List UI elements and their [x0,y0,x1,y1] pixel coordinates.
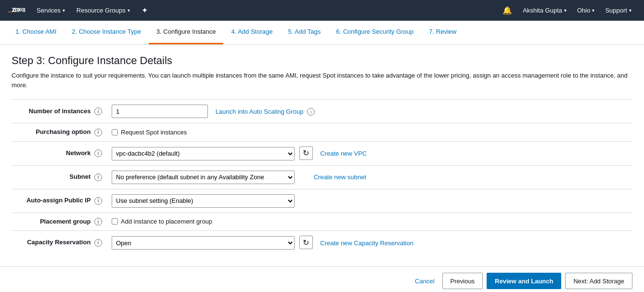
placement-group-field: Add instance to placement group [108,212,632,231]
top-navigation: Services ▾ Resource Groups ▾ ✦ 🔔 Akshita… [0,0,644,21]
number-of-instances-row: Number of instances i Launch into Auto S… [12,100,632,123]
pin-icon[interactable]: ✦ [137,0,153,21]
auto-assign-ip-select[interactable]: Use subnet setting (Enable) [112,194,295,208]
auto-assign-ip-row: Auto-assign Public IP i Use subnet setti… [12,189,632,212]
review-launch-button[interactable]: Review and Launch [487,273,561,289]
user-nav[interactable]: Akshita Gupta ▾ [518,0,571,21]
tab-choose-ami[interactable]: 1. Choose AMI [8,20,64,44]
purchasing-option-info[interactable]: i [94,129,102,136]
page-description: Configure the instance to suit your requ… [12,71,628,90]
next-storage-button[interactable]: Next: Add Storage [565,273,632,289]
auto-assign-ip-field: Use subnet setting (Enable) [108,189,632,212]
number-of-instances-label: Number of instances i [12,100,108,123]
main-content: Step 3: Configure Instance Details Confi… [0,45,644,266]
services-caret: ▾ [63,8,65,13]
placement-group-info[interactable]: i [94,218,102,226]
request-spot-label: Request Spot instances [112,129,629,136]
region-nav[interactable]: Ohio ▾ [572,0,599,21]
capacity-reservation-info[interactable]: i [94,239,102,247]
purchasing-option-row: Purchasing option i Request Spot instanc… [12,123,632,142]
support-nav[interactable]: Support ▾ [600,0,636,21]
capacity-reservation-select[interactable]: Open [112,236,295,250]
number-instances-info[interactable]: i [94,107,102,115]
network-select[interactable]: vpc-dacbc4b2 (default) [112,147,295,160]
launch-auto-scaling-link[interactable]: Launch into Auto Scaling Group [216,108,304,115]
region-caret: ▾ [592,8,594,13]
network-info[interactable]: i [94,149,102,157]
auto-assign-ip-info[interactable]: i [94,197,102,205]
subnet-field: No preference (default subnet in any Ava… [108,165,632,189]
number-of-instances-field: Launch into Auto Scaling Group i [108,100,632,123]
config-table: Number of instances i Launch into Auto S… [12,99,632,254]
tab-instance-type[interactable]: 2. Choose Instance Type [64,20,149,44]
tab-add-tags[interactable]: 5. Add Tags [280,20,328,44]
subnet-select[interactable]: No preference (default subnet in any Ava… [112,171,295,184]
capacity-reservation-label: Capacity Reservation i [12,231,108,255]
network-refresh-button[interactable]: ↻ [299,146,313,160]
capacity-reservation-row: Capacity Reservation i Open ↻ Create new… [12,231,632,255]
auto-scaling-info[interactable]: i [307,108,315,116]
tab-add-storage[interactable]: 4. Add Storage [223,20,280,44]
add-placement-checkbox[interactable] [112,218,118,225]
network-row: Network i vpc-dacbc4b2 (default) ↻ Creat… [12,141,632,165]
page-title: Step 3: Configure Instance Details [12,54,632,67]
network-field: vpc-dacbc4b2 (default) ↻ Create new VPC [108,141,632,165]
capacity-refresh-button[interactable]: ↻ [299,236,313,249]
support-caret: ▾ [629,8,631,13]
aws-logo[interactable] [8,3,26,18]
create-vpc-link[interactable]: Create new VPC [320,150,367,157]
user-caret: ▾ [564,8,567,13]
add-placement-label: Add instance to placement group [112,218,629,225]
wizard-tabs: 1. Choose AMI 2. Choose Instance Type 3.… [0,21,644,45]
tab-review[interactable]: 7. Review [421,20,464,44]
placement-group-row: Placement group i Add instance to placem… [12,212,632,231]
resource-groups-caret: ▾ [128,8,130,13]
auto-assign-ip-label: Auto-assign Public IP i [12,189,108,212]
subnet-row: Subnet i No preference (default subnet i… [12,165,632,189]
tab-security-group[interactable]: 6. Configure Security Group [328,20,421,44]
network-label: Network i [12,141,108,165]
purchasing-option-field: Request Spot instances [108,123,632,142]
create-subnet-link[interactable]: Create new subnet [314,173,366,181]
request-spot-checkbox[interactable] [112,129,118,135]
action-bar: Cancel Previous Review and Launch Next: … [0,266,644,292]
previous-button[interactable]: Previous [442,273,483,289]
cancel-button[interactable]: Cancel [411,273,438,289]
capacity-reservation-field: Open ↻ Create new Capacity Reservation [108,231,632,255]
services-nav[interactable]: Services ▾ [32,0,70,21]
placement-group-label: Placement group i [12,212,108,231]
subnet-info[interactable]: i [94,173,102,181]
tab-configure-instance[interactable]: 3. Configure Instance [149,20,224,44]
purchasing-option-label: Purchasing option i [12,123,108,142]
number-of-instances-input[interactable] [112,105,208,118]
create-capacity-link[interactable]: Create new Capacity Reservation [320,239,413,247]
bell-icon[interactable]: 🔔 [498,0,517,21]
resource-groups-nav[interactable]: Resource Groups ▾ [72,0,135,21]
subnet-label: Subnet i [12,165,108,189]
